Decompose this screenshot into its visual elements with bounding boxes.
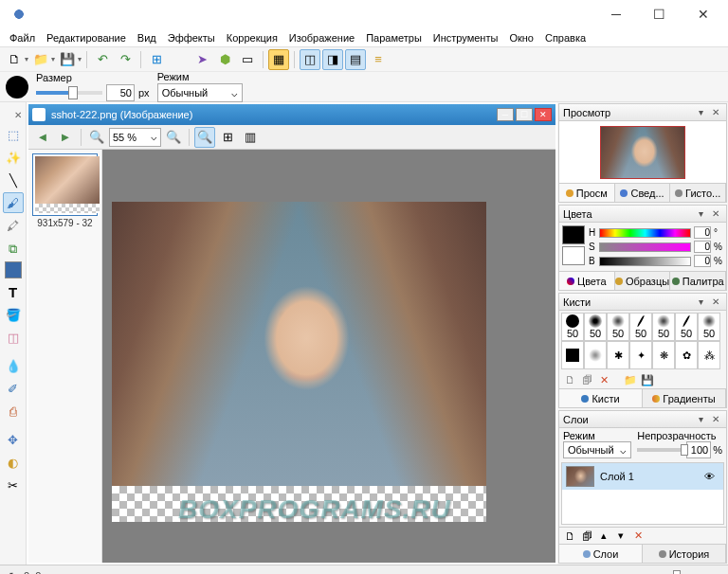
mode-select[interactable]: Обычный ⌵	[157, 83, 243, 102]
panel-close-button[interactable]: ✕	[709, 207, 722, 221]
panel-toggle-1[interactable]: ◫	[300, 49, 320, 70]
tab-gradients[interactable]: Градиенты	[643, 389, 726, 407]
layer-visibility-toggle[interactable]: 👁	[704, 471, 719, 482]
sat-value[interactable]: 0	[694, 241, 711, 253]
panel-toggle-3[interactable]: ▤	[345, 49, 366, 70]
background-color-well[interactable]	[562, 246, 585, 265]
move-tool[interactable]: ✥	[3, 429, 24, 450]
brush-preset[interactable]: ⁂	[698, 341, 720, 369]
panel-toggle-2[interactable]: ◨	[322, 49, 343, 70]
crop-tool[interactable]: ✂	[3, 475, 24, 495]
close-button[interactable]: ✕	[690, 3, 717, 26]
layer-item[interactable]: Слой 1 👁	[562, 463, 723, 490]
hue-value[interactable]: 0	[694, 226, 711, 239]
open-brushes-button[interactable]: 📁	[624, 373, 637, 386]
dropdown-icon[interactable]: ▾	[78, 55, 82, 63]
brush-preset[interactable]: 50	[652, 313, 675, 341]
panel-menu-button[interactable]: ▾	[694, 106, 707, 119]
zoom-out-button[interactable]: 🔍	[86, 127, 107, 148]
dropdown-icon[interactable]: ▾	[25, 55, 28, 63]
tab-layers[interactable]: Слои	[559, 545, 643, 563]
brush-preset[interactable]	[561, 341, 584, 369]
save-brushes-button[interactable]: 💾	[641, 373, 654, 386]
tab-swatches[interactable]: Образцы	[615, 272, 671, 290]
size-slider[interactable]	[36, 91, 102, 95]
delete-layer-button[interactable]: ✕	[631, 529, 645, 543]
toolbox-close-button[interactable]: ✕	[0, 106, 26, 123]
panel-menu-button[interactable]: ▾	[694, 207, 707, 221]
android-icon-button[interactable]: ⬢	[214, 49, 235, 70]
text-tool[interactable]: T	[3, 281, 24, 302]
menu-image[interactable]: Изображение	[283, 30, 360, 45]
shape-tool[interactable]: ◐	[3, 452, 24, 473]
fill-tool[interactable]: 🪣	[3, 304, 24, 325]
maximize-button[interactable]: ☐	[646, 3, 673, 26]
tab-brushes[interactable]: Кисти	[559, 389, 643, 407]
document-titlebar[interactable]: sshot-222.png (Изображение) ─ ☐ ✕	[28, 104, 555, 125]
brush-tool[interactable]: 🖌	[3, 192, 24, 213]
panel-close-button[interactable]: ✕	[709, 106, 722, 119]
wand-tool[interactable]: ✨	[3, 147, 24, 168]
doc-maximize-button[interactable]: ☐	[516, 108, 533, 121]
foreground-color-well[interactable]	[562, 225, 585, 244]
dropdown-icon[interactable]: ▾	[51, 55, 55, 63]
nav-next-button[interactable]: ►	[55, 127, 76, 148]
doc-close-button[interactable]: ✕	[535, 108, 552, 121]
brush-preset[interactable]: 50	[607, 313, 629, 341]
ruler-button[interactable]: ▥	[240, 127, 261, 148]
opacity-slider[interactable]	[637, 448, 684, 452]
nav-prev-button[interactable]: ◄	[32, 127, 53, 148]
tablet-icon-button[interactable]: ▭	[237, 49, 258, 70]
menu-parameters[interactable]: Параметры	[360, 30, 428, 45]
brush-preset[interactable]: 50	[629, 313, 652, 341]
windows-icon-button[interactable]: ⊞	[146, 49, 167, 70]
menu-view[interactable]: Вид	[132, 30, 162, 45]
zoom-in-button[interactable]: 🔍	[163, 127, 184, 148]
layer-up-button[interactable]: ▴	[597, 529, 610, 543]
panel-menu-button[interactable]: ▾	[694, 296, 707, 309]
bri-value[interactable]: 0	[694, 255, 711, 267]
panel-close-button[interactable]: ✕	[709, 413, 722, 426]
sat-slider[interactable]	[599, 242, 691, 252]
bri-slider[interactable]	[599, 257, 691, 266]
zoom-select[interactable]: 55 % ⌵	[109, 128, 161, 147]
clone-tool[interactable]: ⧉	[3, 238, 24, 259]
panel-toggle-4[interactable]: ≡	[368, 49, 389, 70]
panel-menu-button[interactable]: ▾	[694, 413, 707, 426]
eraser-tool[interactable]: ◫	[3, 327, 24, 348]
brush-preset[interactable]: ✦	[629, 341, 652, 369]
slideshow-button[interactable]: ▦	[268, 49, 289, 70]
open-file-button[interactable]: 📁	[30, 49, 51, 70]
layer-name[interactable]: Слой 1	[600, 471, 634, 482]
blur-tool[interactable]: 💧	[3, 355, 24, 376]
brush-preset[interactable]	[584, 341, 607, 369]
new-layer-button[interactable]: 🗋	[563, 529, 576, 543]
save-button[interactable]: 💾	[57, 49, 78, 70]
brush-preset[interactable]: ❋	[652, 341, 675, 369]
tab-colors[interactable]: Цвета	[559, 272, 615, 290]
menu-correction[interactable]: Коррекция	[221, 30, 283, 45]
thumbnail-item[interactable]	[32, 153, 98, 216]
canvas[interactable]: BOXPROGRAMS.RU	[102, 150, 555, 563]
brush-preset[interactable]: 50	[561, 313, 584, 341]
menu-edit[interactable]: Редактирование	[41, 30, 132, 45]
brush-preset[interactable]: 50	[584, 313, 607, 341]
new-brush-button[interactable]: 🗋	[563, 373, 576, 386]
apple-icon-button[interactable]	[169, 49, 190, 70]
tab-history[interactable]: История	[643, 545, 726, 563]
hue-slider[interactable]	[599, 228, 691, 238]
delete-brush-button[interactable]: ✕	[597, 373, 610, 386]
fit-screen-button[interactable]: 🔍	[194, 127, 215, 148]
minimize-button[interactable]: ─	[604, 3, 628, 26]
brush-preset[interactable]: 50	[698, 313, 720, 341]
undo-button[interactable]: ↶	[92, 49, 113, 70]
rect-select-tool[interactable]: ⬚	[3, 124, 24, 145]
brush-preset[interactable]: ✿	[675, 341, 698, 369]
preview-image[interactable]	[600, 126, 685, 179]
tab-palette[interactable]: Палитра	[670, 272, 726, 290]
spray-tool[interactable]: 🖍	[3, 215, 24, 236]
tab-histogram[interactable]: Гисто...	[670, 184, 726, 202]
copy-brush-button[interactable]: 🗐	[580, 373, 593, 386]
tab-info[interactable]: Свед...	[615, 184, 671, 202]
layer-mode-select[interactable]: Обычный⌵	[563, 441, 631, 458]
